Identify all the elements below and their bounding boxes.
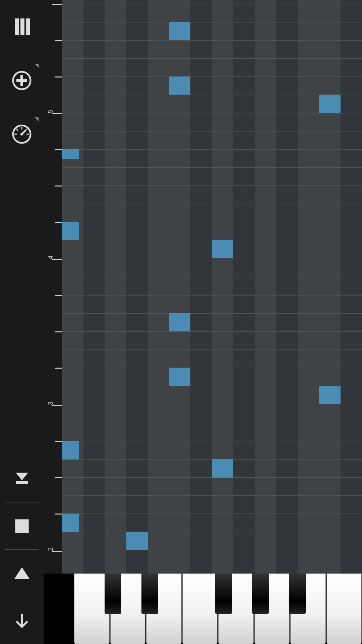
transport-controls [0,465,44,644]
grid-column [341,0,362,574]
keyboard-offset [44,574,74,644]
grid-row-minor [62,277,362,277]
ruler-tick-minor [55,149,62,150]
note-grid[interactable] [62,0,362,574]
grid-row-minor [62,58,362,59]
grid-row-minor [62,514,362,514]
black-key[interactable] [289,574,306,614]
midi-note[interactable] [62,514,79,532]
grid-row-major [62,551,362,551]
ruler-tick-minor [55,295,62,296]
divider [5,502,39,502]
time-ruler[interactable]: 5432 [44,0,62,574]
white-key[interactable] [326,574,362,644]
grid-row-minor [62,495,362,496]
dropdown-indicator-icon [35,64,39,68]
play-up-icon [13,564,31,583]
skip-end-button[interactable] [8,465,35,492]
ruler-tick-minor [55,40,62,41]
midi-note[interactable] [169,76,191,95]
ruler-tick-major [52,4,62,5]
grid-column [148,0,169,574]
menu-icon [12,17,32,37]
ruler-label: 2 [47,547,54,551]
grid-row-minor [62,149,362,150]
grid-row-minor [62,350,362,350]
grid-column [319,0,341,574]
grid-column [298,0,319,574]
grid-row-minor [62,423,362,423]
midi-note[interactable] [169,313,191,331]
svg-rect-0 [15,18,19,35]
ruler-tick-minor [55,514,62,515]
grid-row-minor [62,95,362,95]
tempo-button[interactable] [8,121,35,148]
midi-note[interactable] [319,386,341,404]
ruler-tick-minor [55,368,62,369]
black-key[interactable] [141,574,158,614]
app-root: 5432 [0,0,362,644]
grid-row-major [62,259,362,259]
stop-button[interactable] [8,513,35,539]
grid-column [276,0,298,574]
midi-note[interactable] [169,368,191,386]
down-button[interactable] [8,607,35,634]
grid-column [255,0,276,574]
ruler-tick-minor [55,185,62,186]
svg-point-13 [20,133,23,136]
grid-row-minor [62,222,362,222]
piano-keyboard[interactable] [44,574,362,644]
grid-column [126,0,148,574]
piano-roll[interactable]: 5432 [44,0,362,574]
plus-circle-icon [12,70,32,91]
ruler-tick-minor [55,477,62,478]
grid-row-minor [62,40,362,41]
ruler-label: 5 [47,110,54,113]
ruler-label: 3 [47,401,54,405]
ruler-tick-minor [55,331,62,332]
grid-row-minor [62,295,362,296]
midi-note[interactable] [212,459,233,478]
grid-row-minor [62,441,362,441]
ruler-tick-minor [55,441,62,442]
grid-row-minor [62,76,362,77]
grid-row-minor [62,131,362,131]
ruler-label: 4 [47,256,54,259]
grid-row-minor [62,22,362,22]
black-key[interactable] [252,574,269,614]
menu-button[interactable] [8,13,35,40]
midi-note[interactable] [62,441,79,460]
gauge-icon [12,124,32,144]
grid-row-minor [62,204,362,204]
grid-row-major [62,113,362,113]
midi-note[interactable] [319,95,341,113]
midi-note[interactable] [62,222,79,240]
white-key[interactable] [74,574,110,644]
grid-column [105,0,126,574]
midi-note[interactable] [169,22,191,40]
black-key[interactable] [215,574,232,614]
add-button[interactable] [8,67,35,94]
grid-column [62,0,83,574]
white-key[interactable] [182,574,218,644]
grid-row-minor [62,331,362,332]
play-button[interactable] [8,560,35,587]
black-key[interactable] [105,574,121,614]
main-area: 5432 [44,0,362,644]
svg-rect-2 [26,18,30,35]
midi-note[interactable] [212,240,233,258]
grid-column [212,0,233,574]
skip-down-icon [13,470,31,488]
midi-note[interactable] [126,532,148,550]
svg-marker-17 [14,567,29,579]
svg-rect-16 [15,519,28,533]
svg-rect-5 [16,79,27,82]
divider [5,597,39,597]
midi-note[interactable] [62,149,79,159]
grid-column [233,0,255,574]
stop-icon [13,517,31,535]
ruler-tick-minor [55,222,62,223]
keys-container [74,574,362,644]
arrow-down-icon [13,611,31,630]
grid-row-minor [62,368,362,368]
